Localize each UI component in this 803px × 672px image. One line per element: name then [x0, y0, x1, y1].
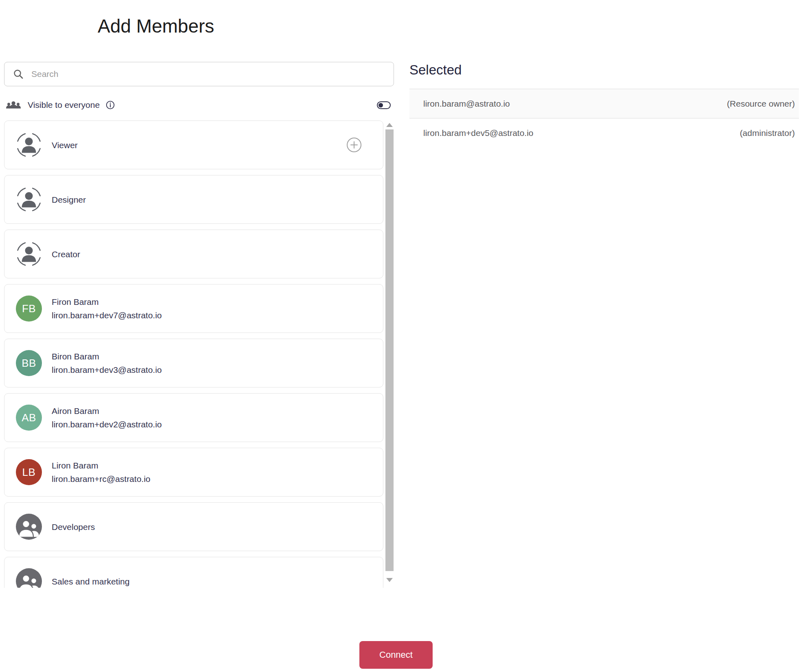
selected-role: (administrator) [740, 128, 795, 138]
user-avatar: AB [16, 405, 42, 431]
user-avatar: LB [16, 459, 42, 485]
user-email: liron.baram+dev3@astrato.io [52, 363, 162, 376]
visibility-label: Visible to everyone [28, 100, 100, 110]
search-input[interactable] [31, 69, 389, 79]
role-label: Viewer [52, 138, 78, 152]
user-email: liron.baram+dev2@astrato.io [52, 418, 162, 431]
connect-button[interactable]: Connect [359, 641, 433, 669]
scroll-thumb[interactable] [385, 129, 394, 571]
search-icon [13, 68, 24, 80]
selected-rows: liron.baram@astrato.io (Resource owner) … [409, 89, 799, 147]
user-email: liron.baram+dev7@astrato.io [52, 309, 162, 322]
user-name: Liron Baram [52, 459, 151, 472]
list-item-user[interactable]: BB Biron Baram liron.baram+dev3@astrato.… [4, 339, 383, 387]
scrollbar [385, 120, 394, 588]
toggle-knob [379, 103, 383, 107]
visibility-toggle[interactable] [377, 101, 391, 109]
add-icon[interactable] [346, 137, 362, 153]
list-item-role[interactable]: Creator [4, 230, 383, 278]
list-item-role[interactable]: Viewer [4, 120, 383, 169]
selected-heading: Selected [409, 62, 799, 78]
list-item-group[interactable]: Developers [4, 502, 383, 551]
search-box [4, 62, 394, 86]
scroll-up-arrow[interactable] [386, 123, 393, 127]
user-avatar: FB [16, 296, 42, 322]
scroll-down-arrow[interactable] [386, 578, 393, 582]
list-item-user[interactable]: FB Firon Baram liron.baram+dev7@astrato.… [4, 284, 383, 333]
selected-row[interactable]: liron.baram@astrato.io (Resource owner) [409, 89, 799, 118]
role-avatar-icon [16, 186, 42, 212]
role-label: Creator [52, 247, 80, 261]
user-name: Airon Baram [52, 404, 162, 418]
selected-row[interactable]: liron.baram+dev5@astrato.io (administrat… [409, 118, 799, 147]
member-list: Viewer Designer [4, 120, 383, 588]
list-item-user[interactable]: AB Airon Baram liron.baram+dev2@astrato.… [4, 393, 383, 442]
member-list-viewport: Viewer Designer [4, 120, 394, 588]
selected-role: (Resource owner) [727, 99, 795, 109]
selected-email: liron.baram@astrato.io [423, 99, 510, 109]
user-email: liron.baram+rc@astrato.io [52, 472, 151, 486]
user-name: Biron Baram [52, 350, 162, 363]
list-item-role[interactable]: Designer [4, 175, 383, 224]
role-label: Designer [52, 193, 86, 206]
list-item-group[interactable]: Sales and marketing [4, 557, 383, 588]
page-title: Add Members [98, 13, 214, 39]
user-avatar: BB [16, 350, 42, 376]
group-avatar-icon [16, 568, 42, 588]
group-label: Sales and marketing [52, 575, 129, 588]
role-avatar-icon [16, 241, 42, 267]
group-label: Developers [52, 520, 95, 534]
selected-email: liron.baram+dev5@astrato.io [423, 128, 534, 138]
group-avatar-icon [16, 514, 42, 540]
groups-icon [6, 100, 21, 110]
info-icon[interactable] [105, 100, 115, 110]
user-name: Firon Baram [52, 295, 162, 309]
list-item-user[interactable]: LB Liron Baram liron.baram+rc@astrato.io [4, 448, 383, 497]
role-avatar-icon [16, 132, 42, 158]
visibility-row: Visible to everyone [4, 97, 394, 113]
selected-panel: Selected liron.baram@astrato.io (Resourc… [409, 62, 799, 147]
